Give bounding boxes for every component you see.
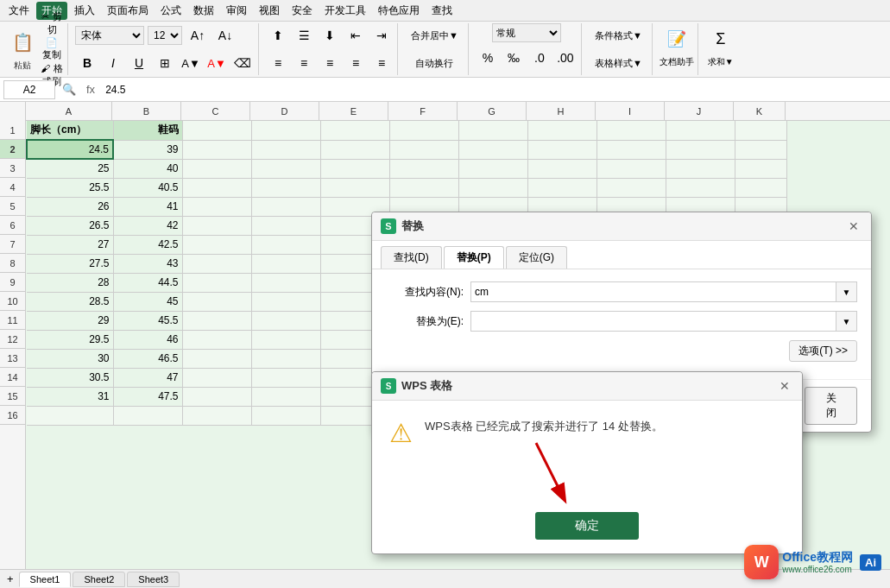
row-header-12[interactable]: 12 [0,330,25,349]
sum-button[interactable]: Σ [705,23,736,54]
cell-d11[interactable] [251,311,320,330]
find-input[interactable] [470,281,836,302]
row-header-9[interactable]: 9 [0,273,25,292]
cell-j1[interactable] [666,121,735,140]
cell-g2[interactable] [458,140,527,159]
indent-left-button[interactable]: ⇤ [344,23,368,47]
menu-security[interactable]: 安全 [287,2,318,20]
col-header-j[interactable]: J [665,102,734,120]
cell-d6[interactable] [251,216,320,235]
cell-a8[interactable]: 27.5 [27,254,113,273]
cell-c15[interactable] [182,387,251,406]
cell-b15[interactable]: 47.5 [113,387,182,406]
cell-c12[interactable] [182,330,251,349]
cell-a9[interactable]: 28 [27,273,113,292]
cell-f4[interactable] [389,178,458,197]
col-header-i[interactable]: I [596,102,665,120]
indent-right-button[interactable]: ⇥ [369,23,394,47]
cell-i4[interactable] [596,178,666,197]
cell-d14[interactable] [251,368,320,387]
conditional-format-button[interactable]: 条件格式▼ [589,23,648,47]
row-header-4[interactable]: 4 [0,178,25,197]
cell-a3[interactable]: 25 [27,159,113,178]
col-header-d[interactable]: D [250,102,319,120]
cell-c13[interactable] [182,349,251,368]
cell-g1[interactable] [458,121,527,140]
cell-c11[interactable] [182,311,251,330]
sheet-tab-2[interactable]: Sheet2 [73,572,125,587]
tab-goto[interactable]: 定位(G) [506,246,567,269]
cell-d1[interactable] [251,121,320,140]
cell-e2[interactable] [320,140,389,159]
decimal-less-button[interactable]: .0 [527,46,552,70]
cell-a11[interactable]: 29 [27,311,113,330]
table-style-button[interactable]: 表格样式▼ [589,51,648,75]
menu-dev[interactable]: 开发工具 [319,2,371,20]
cell-a5[interactable]: 26 [27,197,113,216]
col-header-k[interactable]: K [734,102,786,120]
decimal-more-button[interactable]: .00 [553,46,578,70]
cell-b2[interactable]: 39 [113,140,182,159]
cell-b11[interactable]: 45.5 [113,311,182,330]
border-button[interactable]: ⊞ [153,51,177,75]
cell-a14[interactable]: 30.5 [27,368,113,387]
cell-i3[interactable] [596,159,666,178]
replace-input[interactable] [470,311,836,332]
cut-button[interactable]: ✂ 剪切 [40,11,64,35]
cell-c6[interactable] [182,216,251,235]
row-header-7[interactable]: 7 [0,235,25,254]
cell-i1[interactable] [596,121,666,140]
cell-d9[interactable] [251,273,320,292]
cell-j3[interactable] [666,159,735,178]
row-header-15[interactable]: 15 [0,387,25,406]
align-top-button[interactable]: ⬆ [266,23,290,47]
cell-b10[interactable]: 45 [113,292,182,311]
cell-a10[interactable]: 28.5 [27,292,113,311]
copy-button[interactable]: 📄 复制 [40,37,64,61]
row-header-6[interactable]: 6 [0,216,25,235]
align-right-button[interactable]: ≡ [318,51,342,75]
cell-b1[interactable]: 鞋码 [113,121,182,140]
menu-insert[interactable]: 插入 [69,2,100,20]
cell-f1[interactable] [389,121,458,140]
cell-f3[interactable] [389,159,458,178]
align-justify-button[interactable]: ≡ [344,51,368,75]
cell-reference-input[interactable] [3,80,55,99]
cell-b7[interactable]: 42.5 [113,235,182,254]
wps-message-box[interactable]: S WPS 表格 ✕ ⚠ WPS表格 已经完成了搜索并进行了 14 处替换。 确… [371,371,803,554]
cell-k3[interactable] [735,159,786,178]
cell-d12[interactable] [251,330,320,349]
row-header-2[interactable]: 2 [0,140,25,159]
italic-button[interactable]: I [101,51,125,75]
cell-j4[interactable] [666,178,735,197]
align-bottom-button[interactable]: ⬇ [318,23,342,47]
cell-d8[interactable] [251,254,320,273]
cell-d15[interactable] [251,387,320,406]
formula-input[interactable] [102,80,887,99]
close-button[interactable]: 关闭 [805,387,857,425]
cell-b16[interactable] [113,406,182,425]
font-family-select[interactable]: 宋体 [75,26,144,45]
font-size-select[interactable]: 12 [148,26,182,45]
col-header-g[interactable]: G [458,102,527,120]
tab-find[interactable]: 查找(D) [381,246,442,269]
menu-review[interactable]: 审阅 [221,2,252,20]
cell-d3[interactable] [251,159,320,178]
msg-close-button[interactable]: ✕ [776,377,793,395]
cell-f2[interactable] [389,140,458,159]
cell-a13[interactable]: 30 [27,349,113,368]
doc-help-button[interactable]: 📝 [661,23,692,54]
row-header-3[interactable]: 3 [0,159,25,178]
cell-c9[interactable] [182,273,251,292]
cell-k2[interactable] [735,140,786,159]
cell-c3[interactable] [182,159,251,178]
menu-find[interactable]: 查找 [426,2,458,20]
row-header-13[interactable]: 13 [0,349,25,368]
row-header-16[interactable]: 16 [0,406,25,425]
col-header-e[interactable]: E [319,102,388,120]
align-left-button[interactable]: ≡ [266,51,290,75]
paste-button[interactable]: 📋 [7,27,38,58]
menu-page-layout[interactable]: 页面布局 [102,2,154,20]
cell-c10[interactable] [182,292,251,311]
align-middle-button[interactable]: ☰ [292,23,316,47]
